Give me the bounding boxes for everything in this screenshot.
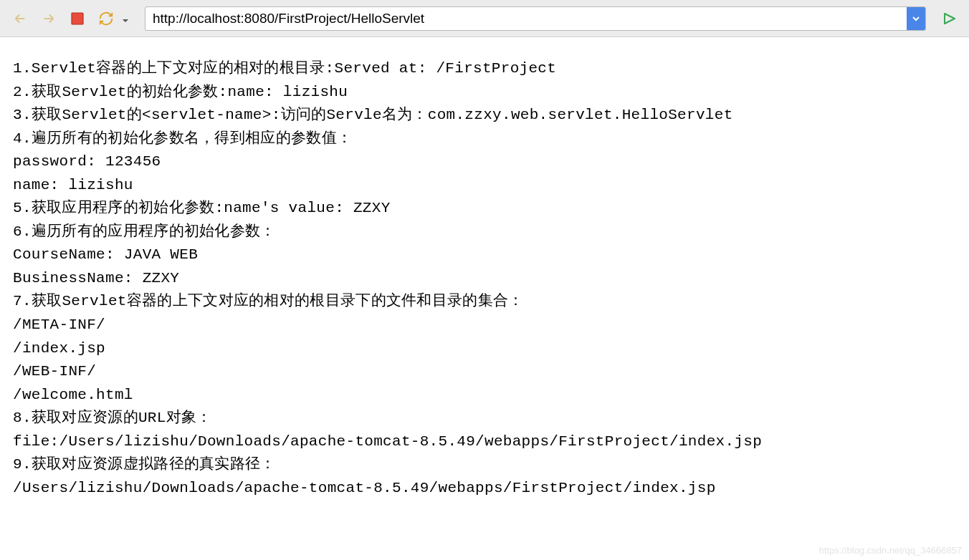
url-dropdown-button[interactable] — [907, 7, 925, 30]
content-line: /META-INF/ — [13, 314, 956, 337]
back-arrow-icon — [12, 11, 28, 26]
content-line: name: lizishu — [13, 174, 956, 198]
page-content: 1.Servlet容器的上下文对应的相对的根目录:Served at: /Fir… — [0, 37, 969, 520]
content-line: CourseName: JAVA WEB — [13, 243, 956, 267]
browser-toolbar — [0, 0, 969, 37]
chevron-down-icon — [911, 14, 921, 24]
content-line: /welcome.html — [13, 384, 956, 407]
stop-icon — [71, 12, 84, 25]
content-line: 6.遍历所有的应用程序的初始化参数： — [13, 221, 956, 244]
refresh-dropdown-arrow-icon[interactable] — [122, 14, 130, 23]
content-line: BusinessName: ZZXY — [13, 267, 956, 291]
content-line: 7.获取Servlet容器的上下文对应的相对的根目录下的文件和目录的集合： — [13, 290, 956, 314]
url-bar — [145, 6, 926, 31]
content-line: password: 123456 — [13, 150, 956, 174]
content-line: 4.遍历所有的初始化参数名，得到相应的参数值： — [13, 127, 956, 151]
refresh-button[interactable] — [95, 7, 118, 30]
watermark: https://blog.csdn.net/qq_34666857 — [819, 545, 963, 556]
forward-arrow-icon — [41, 11, 57, 26]
content-line: 3.获取Servlet的<servlet-name>:访问的Servle名为：c… — [13, 104, 956, 127]
forward-button[interactable] — [37, 7, 60, 30]
content-line: /index.jsp — [13, 337, 956, 361]
content-line: 5.获取应用程序的初始化参数:name's value: ZZXY — [13, 197, 956, 221]
content-line: 2.获取Servlet的初始化参数:name: lizishu — [13, 81, 956, 105]
back-button[interactable] — [9, 7, 32, 30]
stop-button[interactable] — [66, 7, 89, 30]
content-line: 9.获取对应资源虚拟路径的真实路径： — [13, 453, 956, 477]
content-line: /Users/lizishu/Downloads/apache-tomcat-8… — [13, 477, 956, 501]
url-input[interactable] — [145, 11, 907, 26]
content-line: /WEB-INF/ — [13, 360, 956, 384]
content-line: 8.获取对应资源的URL对象： — [13, 407, 956, 430]
refresh-icon — [98, 11, 114, 26]
svg-rect-0 — [72, 13, 83, 24]
content-line: 1.Servlet容器的上下文对应的相对的根目录:Served at: /Fir… — [13, 57, 956, 81]
go-button[interactable] — [937, 7, 960, 30]
content-line: file:/Users/lizishu/Downloads/apache-tom… — [13, 430, 956, 454]
play-icon — [942, 11, 956, 26]
